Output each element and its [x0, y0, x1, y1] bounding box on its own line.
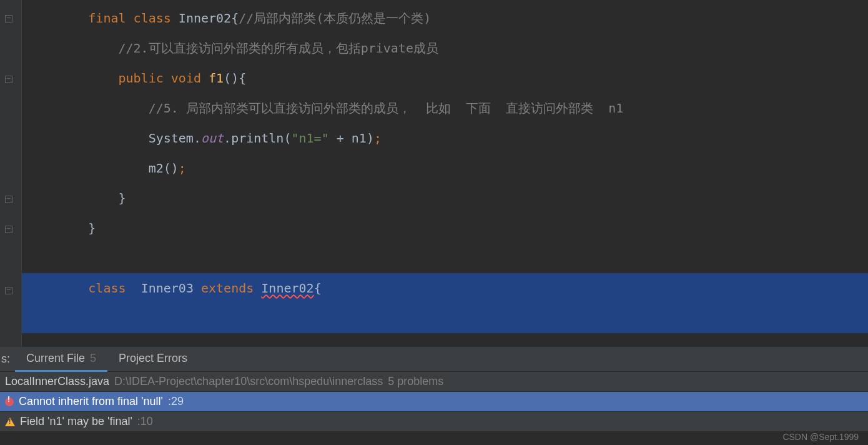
fold-icon[interactable] [5, 75, 12, 85]
tab-project-errors[interactable]: Project Errors [107, 347, 199, 372]
editor-gutter [0, 0, 22, 347]
problem-message: Cannot inherit from final 'null' [19, 395, 163, 408]
tab-label: Current File [26, 352, 85, 365]
tab-current-file[interactable]: Current File 5 [15, 347, 107, 372]
code-line-selected [22, 303, 868, 333]
fold-icon[interactable] [5, 286, 12, 296]
code-line: } [22, 183, 868, 213]
problem-item[interactable]: Field 'n1' may be 'final' :10 [0, 412, 868, 432]
code-body[interactable]: final class Inner02{//局部内部类(本质仍然是一个类) //… [22, 0, 868, 347]
code-line: m2(); [22, 153, 868, 183]
code-line: } [22, 213, 868, 243]
problems-panel: LocalInnerClass.java D:\IDEA-Project\cha… [0, 372, 868, 432]
code-line: public void f1(){ [22, 63, 868, 93]
problems-file-header[interactable]: LocalInnerClass.java D:\IDEA-Project\cha… [0, 372, 868, 392]
fold-end-icon[interactable] [5, 225, 12, 235]
code-line: System.out.println("n1=" + n1); [22, 123, 868, 153]
problem-item[interactable]: Cannot inherit from final 'null' :29 [0, 392, 868, 412]
problem-file-count: 5 problems [388, 375, 443, 388]
code-line: final class Inner02{//局部内部类(本质仍然是一个类) [22, 3, 868, 33]
error-icon [5, 398, 14, 406]
problem-file-path: D:\IDEA-Project\chapter10\src\com\hspedu… [114, 375, 383, 388]
fold-icon[interactable] [5, 14, 12, 24]
code-line: //5. 局部内部类可以直接访问外部类的成员， 比如 下面 直接访问外部类 n1 [22, 93, 868, 123]
tab-label: Project Errors [119, 352, 187, 365]
problem-line-number: :29 [168, 395, 184, 408]
fold-end-icon[interactable] [5, 195, 12, 205]
code-line-empty [22, 243, 868, 273]
problem-line-number: :10 [137, 415, 153, 428]
warning-icon [5, 418, 15, 426]
code-line: //2.可以直接访问外部类的所有成员，包括private成员 [22, 33, 868, 63]
tab-count: 5 [90, 352, 96, 365]
watermark: CSDN @Sept.1999 [782, 432, 859, 442]
problem-file-name: LocalInnerClass.java [5, 375, 109, 388]
problem-message: Field 'n1' may be 'final' [20, 415, 132, 428]
code-editor: final class Inner02{//局部内部类(本质仍然是一个类) //… [0, 0, 868, 347]
problems-tab-bar: s: Current File 5 Project Errors [0, 347, 868, 372]
code-line-selected: class Inner03 extends Inner02{ [22, 273, 868, 303]
panel-label-truncated: s: [0, 352, 15, 366]
